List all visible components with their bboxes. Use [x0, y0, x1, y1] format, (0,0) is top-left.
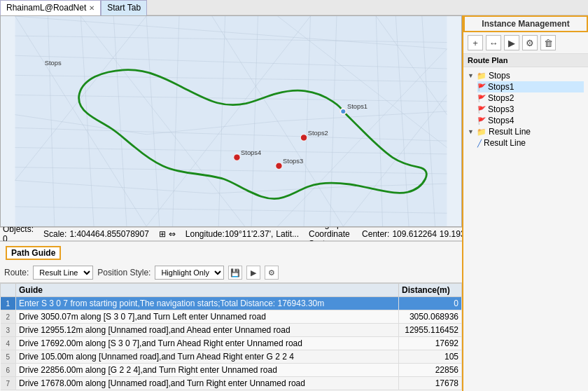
flag-stops2-icon: 🚩 [477, 95, 486, 102]
guide-text: Enter S 3 0 7 from starting point,The na… [16, 297, 399, 310]
guide-table: Guide Distance(m) 1 Enter S 3 0 7 from s… [0, 283, 462, 390]
row-num: 6 [1, 364, 16, 377]
row-num: 3 [1, 324, 16, 337]
longitude-label: Longitude:109°11'2.37', [186, 229, 274, 239]
distance-value: 105 [399, 350, 462, 364]
expand-stops-icon: ▼ [468, 72, 475, 79]
expand-result-icon: ▼ [468, 128, 475, 135]
table-row[interactable]: 2 Drive 3050.07m along [S 3 0 7],and Tur… [1, 310, 462, 324]
tree-folder-stops[interactable]: ▼ 📁 Stops [468, 70, 584, 81]
delete-instance-button[interactable]: 🗑 [540, 35, 556, 50]
tree-item-stops2[interactable]: 🚩 Stops2 [477, 92, 584, 104]
guide-text: Drive 17678.00m along [Unnamed road],and… [16, 377, 399, 390]
route-select[interactable]: Result Line [33, 266, 93, 280]
left-panel: Stops1 Stops2 Stops3 Stops4 St [0, 15, 462, 391]
distance-value: 17692 [399, 337, 462, 350]
map-area[interactable]: Stops1 Stops2 Stops3 Stops4 St [0, 15, 462, 227]
guide-text: Drive 17692.00m along [S 3 0 7],and Turn… [16, 337, 399, 350]
tab-road-net-label: RhainamL@RoadNet [6, 3, 86, 13]
guide-text: Drive 3050.07m along [S 3 0 7],and Turn … [16, 310, 399, 324]
tree-stops2-label: Stops2 [488, 93, 514, 103]
position-style-label: Position Style: [97, 268, 150, 277]
add-instance-button[interactable]: + [468, 35, 483, 50]
route-label: Route: [4, 268, 29, 277]
distance-col-header: Distance(m) [399, 284, 462, 297]
tree-item-stops4[interactable]: 🚩 Stops4 [477, 115, 584, 126]
svg-rect-0 [15, 16, 447, 226]
right-panel: Instance Management + ↔ ▶ ⚙ 🗑 Route Plan… [462, 15, 588, 391]
guide-tbody: 1 Enter S 3 0 7 from starting point,The … [1, 297, 462, 390]
tab-bar: RhainamL@RoadNet ✕ Start Tab [0, 0, 588, 15]
tree-result-children: ╱ Result Line [468, 137, 584, 149]
settings-guide-button[interactable]: ⚙ [265, 266, 279, 280]
line-result-icon: ╱ [477, 139, 482, 147]
tree-item-stops1[interactable]: 🚩 Stops1 [477, 81, 584, 92]
play-guide-button[interactable]: ▶ [246, 266, 260, 280]
path-guide-toolbar: Route: Result Line Position Style: Highl… [0, 264, 462, 282]
svg-text:Stops2: Stops2 [308, 130, 328, 137]
folder-stops-icon: 📁 [477, 71, 486, 81]
move-instance-button[interactable]: ↔ [486, 35, 501, 50]
svg-point-41 [276, 163, 282, 169]
svg-point-39 [300, 135, 307, 141]
svg-text:Stops4: Stops4 [241, 149, 261, 156]
table-row[interactable]: 1 Enter S 3 0 7 from starting point,The … [1, 297, 462, 310]
row-num: 1 [1, 297, 16, 310]
tree-folder-stops-label: Stops [489, 71, 510, 81]
table-row[interactable]: 6 Drive 22856.00m along [G 2 2 4],and Tu… [1, 364, 462, 377]
save-guide-button[interactable]: 💾 [228, 266, 242, 280]
tab-road-net[interactable]: RhainamL@RoadNet ✕ [0, 0, 101, 15]
guide-text: Drive 12955.12m along [Unnamed road],and… [16, 324, 399, 337]
distance-value: 12955.116452 [399, 324, 462, 337]
path-guide-header: Path Guide [6, 246, 61, 260]
svg-text:Stops1: Stops1 [347, 103, 368, 110]
distance-value: 0 [399, 297, 462, 310]
distance-value: 3050.068936 [399, 310, 462, 324]
guide-text: Drive 105.00m along [Unnamed road],and T… [16, 350, 399, 364]
table-row[interactable]: 4 Drive 17692.00m along [S 3 0 7],and Tu… [1, 337, 462, 350]
guide-num-header [1, 284, 16, 297]
tab-start-label: Start Tab [107, 3, 141, 13]
latitude-label: Latit... [276, 229, 299, 239]
status-bar: Objects: 0 Scale: 1:404464.855078907 ⊞ ⇔… [0, 227, 462, 241]
scale-value: 1:404464.855078907 [69, 229, 148, 239]
tab-start[interactable]: Start Tab [101, 0, 147, 15]
flag-stops3-icon: 🚩 [477, 106, 486, 114]
path-guide-panel: Path Guide Route: Result Line Position S… [0, 241, 462, 391]
row-num: 2 [1, 310, 16, 324]
route-plan-label: Route Plan [463, 54, 588, 67]
folder-result-icon: 📁 [477, 128, 486, 137]
row-num: 5 [1, 350, 16, 364]
tree-folder-result[interactable]: ▼ 📁 Result Line [468, 126, 584, 137]
distance-value: 22856 [399, 364, 462, 377]
guide-table-container[interactable]: Guide Distance(m) 1 Enter S 3 0 7 from s… [0, 282, 462, 391]
table-row[interactable]: 3 Drive 12955.12m along [Unnamed road],a… [1, 324, 462, 337]
tree-result-line-label: Result Line [484, 138, 526, 148]
guide-text: Drive 22856.00m along [G 2 2 4],and Turn… [16, 364, 399, 377]
tree-stops1-label: Stops1 [488, 82, 514, 92]
guide-col-header: Guide [16, 284, 399, 297]
table-row[interactable]: 7 Drive 17678.00m along [Unnamed road],a… [1, 377, 462, 390]
instance-toolbar: + ↔ ▶ ⚙ 🗑 [463, 32, 588, 54]
scale-label: Scale: [43, 229, 66, 239]
instance-mgmt-header: Instance Management [463, 15, 588, 32]
position-style-select[interactable]: Highlight Only [155, 266, 224, 280]
tree-stops3-label: Stops3 [488, 104, 514, 114]
tab-close-icon[interactable]: ✕ [89, 4, 94, 12]
svg-point-43 [234, 154, 240, 160]
settings-instance-button[interactable]: ⚙ [522, 35, 538, 50]
play-instance-button[interactable]: ▶ [504, 35, 519, 50]
svg-text:Stops3: Stops3 [283, 158, 303, 165]
arrow-icon: ⇔ [169, 229, 176, 239]
table-row[interactable]: 5 Drive 105.00m along [Unnamed road],and… [1, 350, 462, 364]
tree-stops4-label: Stops4 [488, 116, 514, 125]
center-label: Center: [362, 229, 389, 239]
main-area: Stops1 Stops2 Stops3 Stops4 St [0, 15, 588, 391]
tree-item-stops3[interactable]: 🚩 Stops3 [477, 104, 584, 115]
center-x: 109.612264 [392, 229, 436, 239]
svg-text:Stops: Stops [45, 60, 62, 67]
tree-item-result-line[interactable]: ╱ Result Line [477, 137, 584, 149]
svg-point-46 [341, 109, 346, 114]
map-svg: Stops1 Stops2 Stops3 Stops4 St [1, 16, 461, 226]
map-icon[interactable]: ⊞ [159, 229, 166, 239]
